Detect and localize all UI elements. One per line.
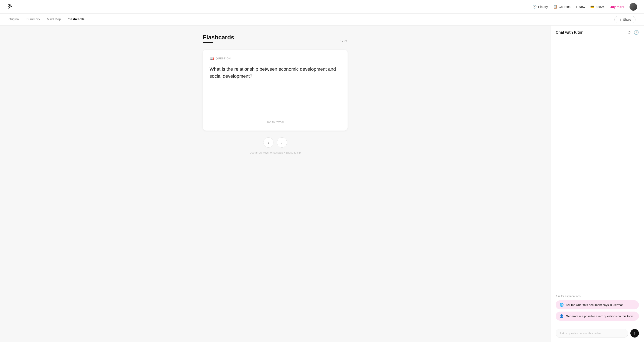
ask-for-section: Ask for explanations 🌐 Tell me what this… xyxy=(550,291,644,326)
question-label: QUESTION xyxy=(216,57,231,60)
plus-icon: + xyxy=(576,5,578,9)
flashcard[interactable]: 📖 QUESTION What is the relationship betw… xyxy=(203,50,348,130)
suggestion-german-button[interactable]: 🌐 Tell me what this document says in Ger… xyxy=(556,300,639,310)
main-layout: Flashcards 6 / 71 📖 QUESTION What is the… xyxy=(0,26,644,342)
card-label: 📖 QUESTION xyxy=(210,56,341,60)
chat-messages xyxy=(550,40,644,291)
credits-icon: 💳 xyxy=(590,5,594,9)
history-nav-item[interactable]: 🕐 History xyxy=(532,5,548,9)
suggestion-exam-button[interactable]: 👤 Generate me possible exam questions on… xyxy=(556,312,639,321)
tab-bar: Original Summary Mind Map Flashcards ⬆ S… xyxy=(0,14,644,26)
chat-title: Chat with tutor xyxy=(556,30,583,35)
suggestion-german-label: Tell me what this document says in Germa… xyxy=(566,303,624,307)
flashcards-header: Flashcards 6 / 71 xyxy=(203,34,348,43)
send-icon: ↑ xyxy=(634,331,636,336)
flashcard-count: 6 / 71 xyxy=(340,39,348,43)
card-controls: ‹ › Use arrow keys to navigate • Space t… xyxy=(203,137,348,154)
credits-display: 💳 88825 xyxy=(590,5,604,9)
history-label: History xyxy=(538,5,548,8)
suggestion-exam-label: Generate me possible exam questions on t… xyxy=(566,314,634,318)
ask-for-label: Ask for explanations xyxy=(556,294,639,298)
send-button[interactable]: ↑ xyxy=(630,329,639,338)
courses-icon: 📋 xyxy=(553,5,557,9)
tab-summary[interactable]: Summary xyxy=(26,14,40,25)
courses-label: Courses xyxy=(558,5,570,8)
new-label: New xyxy=(579,5,585,8)
key-hint: Use arrow keys to navigate • Space to fl… xyxy=(250,151,301,154)
credits-value: 88825 xyxy=(596,5,604,8)
tabs-container: Original Summary Mind Map Flashcards xyxy=(8,14,84,25)
tab-mindmap[interactable]: Mind Map xyxy=(47,14,61,25)
new-nav-item[interactable]: + New xyxy=(576,5,585,9)
courses-nav-item[interactable]: 📋 Courses xyxy=(553,5,570,9)
book-icon: 📖 xyxy=(210,56,214,60)
prev-card-button[interactable]: ‹ xyxy=(263,137,274,148)
top-nav: 🕐 History 📋 Courses + New 💳 88825 Buy mo… xyxy=(0,0,644,14)
chat-input-area: ↑ xyxy=(550,326,644,342)
app-logo[interactable] xyxy=(7,4,14,10)
buy-more-button[interactable]: Buy more xyxy=(610,5,624,8)
chat-header: Chat with tutor ↺ 🕐 xyxy=(550,26,644,40)
logo-area xyxy=(7,4,14,10)
tab-flashcards[interactable]: Flashcards xyxy=(68,14,84,25)
chat-input[interactable] xyxy=(556,329,628,338)
globe-icon: 🌐 xyxy=(560,303,564,307)
flashcards-underline xyxy=(203,42,213,43)
avatar[interactable] xyxy=(630,3,637,11)
chat-sidebar: Chat with tutor ↺ 🕐 Ask for explanations… xyxy=(550,26,644,342)
flashcards-title: Flashcards xyxy=(203,34,234,41)
content-area: Flashcards 6 / 71 📖 QUESTION What is the… xyxy=(0,26,550,342)
next-card-button[interactable]: › xyxy=(277,137,287,148)
nav-buttons: ‹ › xyxy=(263,137,287,148)
tab-original[interactable]: Original xyxy=(8,14,20,25)
card-question: What is the relationship between economi… xyxy=(210,60,341,85)
clock-icon[interactable]: 🕐 xyxy=(634,30,639,35)
history-icon: 🕐 xyxy=(532,5,537,9)
person-icon: 👤 xyxy=(560,314,564,318)
chat-header-icons: ↺ 🕐 xyxy=(628,30,639,35)
flashcards-title-block: Flashcards xyxy=(203,34,234,43)
refresh-icon[interactable]: ↺ xyxy=(628,30,631,35)
nav-right: 🕐 History 📋 Courses + New 💳 88825 Buy mo… xyxy=(532,3,637,11)
share-button[interactable]: ⬆ Share xyxy=(614,16,636,23)
share-icon: ⬆ xyxy=(619,18,622,21)
tap-reveal: Tap to reveal xyxy=(210,117,341,124)
share-label: Share xyxy=(623,18,631,21)
